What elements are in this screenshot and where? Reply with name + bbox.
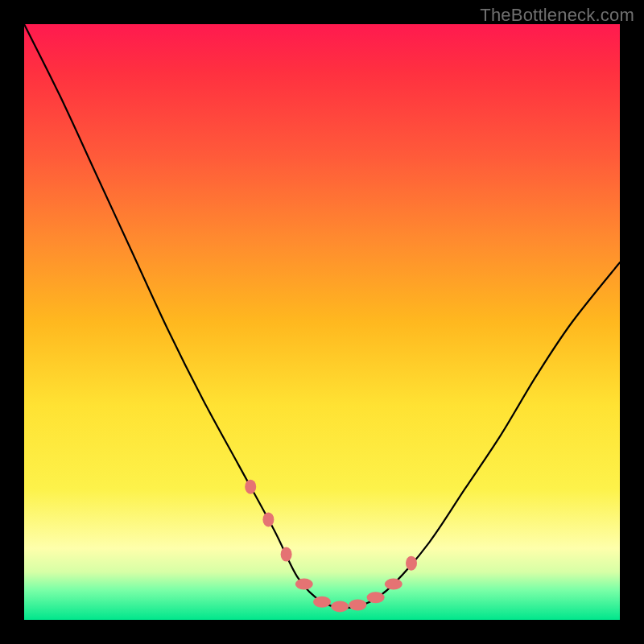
curve-svg xyxy=(24,24,620,620)
chart-container: TheBottleneck.com xyxy=(0,0,644,644)
curve-marker xyxy=(349,600,366,611)
curve-marker xyxy=(245,480,256,494)
curve-marker xyxy=(262,512,274,526)
curve-marker xyxy=(281,547,292,562)
curve-marker xyxy=(406,556,417,571)
curve-marker xyxy=(331,601,349,612)
curve-marker xyxy=(295,579,313,590)
curve-marker xyxy=(385,579,402,590)
plot-area xyxy=(24,24,620,620)
curve-marker xyxy=(367,592,385,603)
bottleneck-curve-line xyxy=(24,24,620,608)
watermark-text: TheBottleneck.com xyxy=(480,5,634,26)
curve-markers xyxy=(245,480,417,613)
curve-marker xyxy=(313,597,331,608)
